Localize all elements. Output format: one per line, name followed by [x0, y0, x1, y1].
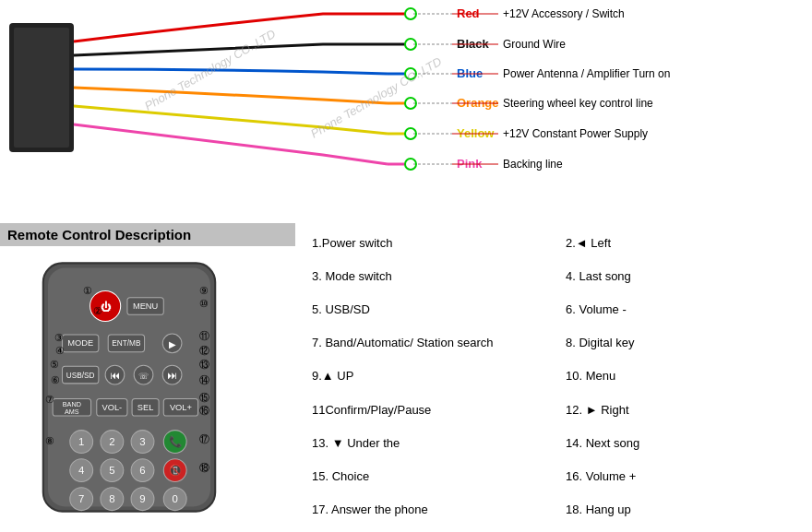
svg-text:8: 8 [109, 493, 114, 504]
svg-text:3: 3 [139, 436, 145, 447]
svg-text:⑯: ⑯ [199, 405, 209, 416]
svg-text:Steering wheel key control lin: Steering wheel key control line [503, 97, 653, 110]
svg-text:⑰: ⑰ [199, 433, 209, 444]
description-area: 1.Power switch2.◄ Left3. Mode switch4. L… [304, 223, 812, 532]
svg-text:⑪: ⑪ [199, 330, 209, 341]
desc-item-4: 4. Last song [558, 266, 812, 299]
svg-text:⑤: ⑤ [50, 359, 59, 370]
svg-text:📵: 📵 [169, 464, 183, 477]
svg-text:⑫: ⑫ [199, 345, 209, 356]
svg-text:②: ② [93, 305, 102, 316]
svg-text:1: 1 [78, 436, 84, 447]
svg-text:⑱: ⑱ [199, 462, 209, 473]
desc-item-13: 13. ▼ Under the [304, 432, 558, 466]
svg-text:Backing line: Backing line [503, 158, 563, 171]
svg-text:USB/SD: USB/SD [66, 372, 95, 380]
svg-text:⑨: ⑨ [199, 285, 209, 296]
remote-control-section: Remote Control Description ⏻ MENU MODE E… [0, 223, 295, 527]
svg-text:⑧: ⑧ [45, 435, 54, 446]
svg-text:+12V Constant Power Supply: +12V Constant Power Supply [503, 127, 648, 140]
desc-item-11: 11Confirm/Play/Pause [304, 399, 558, 432]
svg-text:0: 0 [173, 493, 178, 504]
desc-item-12: 12. ► Right [558, 399, 812, 432]
svg-text:4: 4 [78, 465, 84, 476]
desc-item-18: 18. Hang up [558, 499, 812, 532]
desc-item-15: 15. Choice [304, 466, 558, 499]
svg-text:📞: 📞 [169, 435, 183, 448]
svg-text:SEL: SEL [137, 403, 154, 412]
desc-item-17: 17. Answer the phone [304, 499, 558, 532]
svg-rect-1 [14, 28, 69, 148]
desc-item-16: 16. Volume + [558, 466, 812, 499]
desc-item-8: 8. Digital key [558, 332, 812, 365]
svg-text:⑬: ⑬ [199, 359, 209, 370]
svg-text:Power Antenna / Amplifier Turn: Power Antenna / Amplifier Turn on [503, 67, 670, 80]
svg-text:AMS: AMS [65, 408, 79, 416]
svg-text:⑥: ⑥ [51, 374, 60, 385]
svg-text:ENT/MB: ENT/MB [112, 339, 141, 348]
wiring-diagram: Red Black Blue Orange Yellow Pink +12V A… [0, 0, 812, 221]
svg-text:MODE: MODE [67, 338, 93, 348]
remote-image: ⏻ MENU MODE ENT/MB ▶ USB/SD ⏮ ☏ ⏭ BAND [9, 254, 286, 512]
svg-text:9: 9 [139, 493, 145, 504]
svg-text:5: 5 [109, 465, 114, 476]
desc-item-5: 5. USB/SD [304, 299, 558, 332]
svg-text:▶: ▶ [169, 339, 176, 349]
svg-text:VOL+: VOL+ [170, 403, 192, 412]
desc-item-9: 9.▲ UP [304, 365, 558, 398]
svg-text:①: ① [83, 285, 92, 296]
desc-item-3: 3. Mode switch [304, 266, 558, 299]
svg-text:VOL-: VOL- [102, 403, 122, 412]
svg-text:⏭: ⏭ [167, 370, 177, 381]
svg-text:+12V Accessory / Switch: +12V Accessory / Switch [503, 7, 625, 20]
svg-text:7: 7 [78, 493, 84, 504]
svg-text:⑭: ⑭ [199, 374, 209, 385]
svg-text:⑮: ⑮ [199, 392, 209, 403]
svg-text:③: ③ [54, 332, 64, 343]
svg-text:Ground Wire: Ground Wire [503, 38, 566, 51]
svg-text:Phone Technology CO.,LTD: Phone Technology CO.,LTD [308, 54, 444, 141]
svg-text:⏮: ⏮ [110, 370, 120, 381]
svg-text:⑩: ⑩ [199, 298, 209, 309]
svg-text:④: ④ [55, 345, 65, 356]
svg-text:⑦: ⑦ [45, 394, 54, 405]
remote-title: Remote Control Description [0, 223, 295, 246]
svg-text:MENU: MENU [133, 301, 158, 311]
desc-item-7: 7. Band/Automatic/ Station search [304, 332, 558, 365]
desc-item-6: 6. Volume - [558, 299, 812, 332]
desc-item-14: 14. Next song [558, 432, 812, 466]
svg-text:☏: ☏ [138, 372, 149, 381]
desc-item-10: 10. Menu [558, 365, 812, 398]
desc-item-1: 1.Power switch [304, 232, 558, 266]
svg-text:2: 2 [109, 436, 114, 447]
svg-text:6: 6 [139, 465, 145, 476]
desc-item-2: 2.◄ Left [558, 232, 812, 266]
